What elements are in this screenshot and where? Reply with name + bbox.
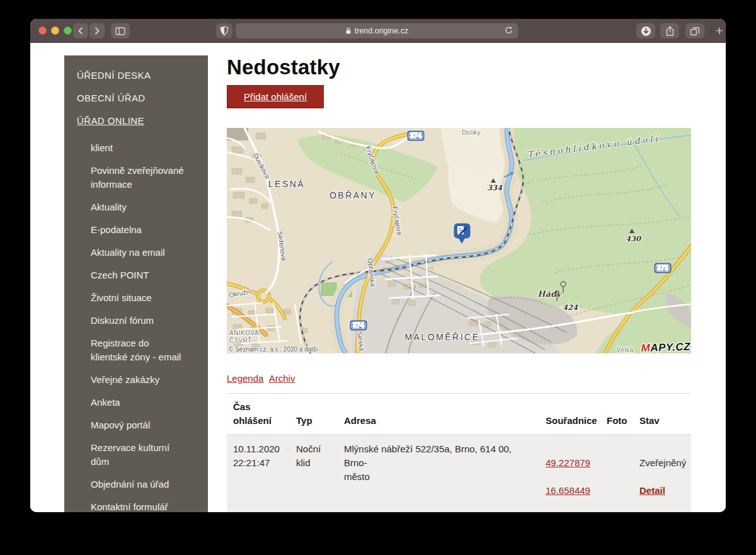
sidebar-item-urad-online[interactable]: ÚŘAD ONLINE xyxy=(64,114,208,128)
header-foto: Foto xyxy=(600,394,633,435)
reload-icon xyxy=(504,26,513,35)
status-text: Zveřejněný xyxy=(639,456,686,470)
label-spot-430: 430 xyxy=(626,234,642,243)
header-typ: Typ xyxy=(290,394,338,435)
main-content: Nedostatky Přidat ohlášení xyxy=(227,43,691,512)
label-spot-424: 424 xyxy=(563,303,578,312)
road-shield-374-north: 374 xyxy=(408,131,424,140)
address-bar[interactable]: trend.origine.cz xyxy=(236,23,518,38)
sidebar-item-anketa[interactable]: Anketa xyxy=(64,396,208,409)
label-velka: Velká xyxy=(617,346,634,353)
sidebar-item-klient[interactable]: klient xyxy=(64,141,208,155)
sidebar-icon xyxy=(115,27,125,35)
svg-text:374: 374 xyxy=(410,132,421,139)
browser-toolbar: trend.origine.cz xyxy=(30,19,726,43)
sidebar-item-aktuality-na-email[interactable]: Aktuality na email xyxy=(64,246,208,260)
cell-stav: Zveřejněný Detail xyxy=(633,435,691,513)
sidebar-item-zivotni-situace[interactable]: Životní situace xyxy=(64,291,208,305)
cell-cas-ohlaseni: 10.11.2020 22:21:47 xyxy=(227,435,290,513)
sidebar-item-uredni-deska[interactable]: ÚŘEDNÍ DESKA xyxy=(64,69,208,83)
tabs-overview-button[interactable] xyxy=(685,23,704,38)
browser-window: trend.origine.cz xyxy=(30,19,726,512)
sidebar-toggle-button[interactable] xyxy=(111,23,130,38)
tabs-icon xyxy=(690,26,700,36)
cell-typ: Noční klid xyxy=(290,435,338,513)
share-icon xyxy=(665,26,675,37)
label-doliky: Doliky xyxy=(462,129,481,136)
sidebar-item-kontaktni-formular[interactable]: Kontaktní formulář xyxy=(64,500,208,512)
sidebar-item-diskuzni-forum[interactable]: Diskuzní fórum xyxy=(64,314,208,328)
sidebar-item-aktuality[interactable]: Aktuality xyxy=(64,200,208,214)
latitude-link[interactable]: 49.227879 xyxy=(546,456,595,470)
reload-button[interactable] xyxy=(504,26,513,37)
zoom-button[interactable] xyxy=(64,26,72,35)
table-row: 10.11.2020 22:21:47 Noční klid Mlýnské n… xyxy=(227,435,691,513)
svg-text:374: 374 xyxy=(353,322,364,329)
svg-text:373: 373 xyxy=(657,265,668,272)
desktop-background: { "browser": { "domain": "trend.origine.… xyxy=(0,0,756,555)
chevron-right-icon xyxy=(93,27,101,35)
map-container[interactable]: 374 374 373 LESNÁ OBŘAN xyxy=(227,128,691,353)
chevron-left-icon xyxy=(77,27,84,35)
label-malomerice: MALOMĚŘICE xyxy=(404,332,479,342)
legend-link[interactable]: Legenda xyxy=(227,373,263,384)
page-title: Nedostatky xyxy=(227,55,691,79)
share-button[interactable] xyxy=(660,23,679,38)
cell-adresa: Mlýnské nábřeží 522/35a, Brno, 614 00, B… xyxy=(338,435,539,513)
lock-icon xyxy=(345,27,352,35)
sidebar-item-czech-point[interactable]: Czech POINT xyxy=(64,268,208,282)
close-button[interactable] xyxy=(38,26,47,35)
back-button[interactable] xyxy=(73,23,88,38)
downloads-button[interactable] xyxy=(636,23,655,38)
minimize-button[interactable] xyxy=(51,26,59,35)
label-spot-334: 334 xyxy=(487,183,503,192)
label-anikova-2: ČTVRŤ xyxy=(229,336,252,344)
url-text: trend.origine.cz xyxy=(355,26,408,35)
map-canvas[interactable]: 374 374 373 LESNÁ OBŘAN xyxy=(227,128,691,353)
label-obrany: OBŘANY xyxy=(329,190,376,200)
map-terrain xyxy=(227,128,691,353)
road-shield-373: 373 xyxy=(655,263,671,273)
road-shield-374-south: 374 xyxy=(350,321,367,330)
cell-souradnice: 49.227879 16.658449 xyxy=(539,435,600,513)
sidebar-menu: ÚŘEDNÍ DESKA OBECNÍ ÚŘAD ÚŘAD ONLINE kli… xyxy=(64,55,208,512)
header-cas-ohlaseni: Čas ohlášení xyxy=(227,394,290,435)
sidebar-item-povinne-informace[interactable]: Povinně zveřejňované informace xyxy=(64,164,208,192)
cell-foto xyxy=(600,435,633,513)
new-tab-button[interactable]: + xyxy=(714,22,725,40)
privacy-shield-button[interactable] xyxy=(216,23,232,38)
header-souradnice: Souřadnice xyxy=(539,394,600,435)
sidebar-item-registrace-do-klientske-zony[interactable]: Registrace do klientské zóny - email xyxy=(64,336,208,364)
add-report-button[interactable]: Přidat ohlášení xyxy=(227,85,324,108)
map-attribution: © Seznam.cz, a.s., 2020 a další xyxy=(229,346,318,353)
sidebar-item-obecni-urad[interactable]: OBECNÍ ÚŘAD xyxy=(64,91,208,105)
toolbar-divider xyxy=(711,24,711,38)
page-content: ÚŘEDNÍ DESKA OBECNÍ ÚŘAD ÚŘAD ONLINE kli… xyxy=(30,43,726,512)
download-icon xyxy=(641,26,651,37)
sidebar-item-objednani-na-urad[interactable]: Objednání na úřad xyxy=(64,478,208,491)
sidebar-item-rezervace-kulturni-dum[interactable]: Rezervace kulturní dům xyxy=(64,441,208,469)
detail-link[interactable]: Detail xyxy=(639,484,665,498)
shield-icon xyxy=(220,26,229,36)
forward-button[interactable] xyxy=(89,23,105,38)
sidebar-item-mapovy-portal[interactable]: Mapový portál xyxy=(64,418,208,432)
sidebar-item-verejne-zakazky[interactable]: Veřejné zakázky xyxy=(64,373,208,387)
longitude-link[interactable]: 16.658449 xyxy=(546,484,595,498)
mapycz-logo[interactable]: MAPY.CZ xyxy=(641,341,690,353)
map-links-row: Legenda Archiv xyxy=(227,373,691,384)
header-adresa: Adresa xyxy=(338,394,539,435)
table-header-row: Čas ohlášení Typ Adresa Souřadnice Foto … xyxy=(227,394,691,435)
header-stav: Stav xyxy=(633,394,691,435)
sidebar-item-e-podatelna[interactable]: E-podatelna xyxy=(64,223,208,237)
reports-table: Čas ohlášení Typ Adresa Souřadnice Foto … xyxy=(227,393,691,512)
archive-link[interactable]: Archiv xyxy=(269,373,295,384)
label-lesna: LESNÁ xyxy=(268,179,305,189)
label-anikova-1: ANIKOVA xyxy=(229,329,259,336)
